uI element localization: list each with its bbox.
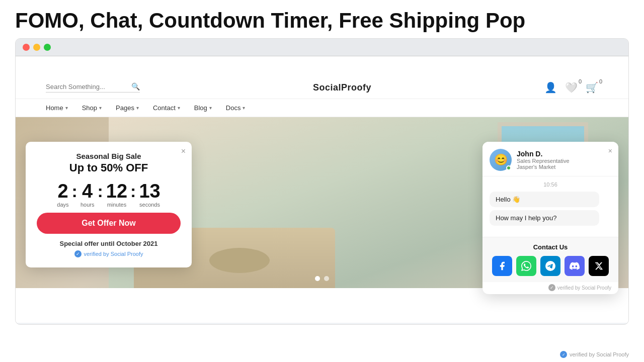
chat-footer: Contact Us (482, 237, 618, 282)
heart-icon: 🤍 (565, 82, 578, 93)
countdown-days-value: 2 (57, 182, 68, 201)
chat-body: 10:56 Hello 👋 How may I help you? (482, 176, 618, 237)
countdown-hours-value: 4 (82, 182, 93, 201)
telegram-icon[interactable] (540, 256, 560, 276)
room-table (209, 248, 270, 273)
countdown-minutes-block: 12 minutes (106, 182, 127, 208)
store-header: 🔍 SocialProofy 👤 🤍 0 🛒 0 (16, 76, 628, 99)
nav-docs-label: Docs (226, 104, 241, 112)
chevron-down-icon: ▾ (178, 105, 180, 111)
search-input[interactable] (46, 83, 131, 90)
avatar-emoji: 😊 (494, 153, 508, 166)
nav-item-shop[interactable]: Shop ▾ (82, 104, 102, 112)
verified-checkmark-icon: ✓ (74, 250, 82, 257)
nav-item-home[interactable]: Home ▾ (46, 104, 68, 112)
cart-icon: 🛒 (586, 82, 598, 93)
browser-dot-green[interactable] (44, 44, 51, 51)
arrow-left-icon: ↓ (0, 178, 5, 205)
countdown-hours-label: hours (80, 202, 95, 208)
chat-verified-icon: ✓ (548, 284, 555, 291)
countdown-popup: × Seasonal Big Sale Up to 50% OFF 2 days… (26, 142, 192, 267)
discord-icon[interactable] (565, 256, 585, 276)
browser-dot-red[interactable] (23, 44, 30, 51)
countdown-verified-text: verified by Social Proofy (84, 251, 143, 257)
wishlist-icon-wrap[interactable]: 🤍 0 (565, 81, 578, 94)
countdown-minutes-label: minutes (107, 202, 127, 208)
chat-agent-company: Jasper's Market (517, 164, 611, 170)
cart-badge: 0 (599, 78, 602, 84)
page-verified-text: verified by Social Proofy (570, 351, 629, 357)
chat-message-2: How may I help you? (490, 210, 599, 226)
chat-popup: × 😊 John D. Sales Representative Jasper'… (482, 142, 618, 294)
store-nav: Home ▾ Shop ▾ Pages ▾ Contact ▾ Blog ▾ D… (16, 99, 628, 117)
popup-footer-text: Special offer until October 2021 (37, 240, 181, 247)
user-icon: 👤 (544, 82, 557, 93)
countdown-title-top: Seasonal Big Sale (37, 152, 181, 160)
site-inner: 🔍 SocialProofy 👤 🤍 0 🛒 0 Home (16, 56, 628, 323)
social-icons-row (490, 256, 611, 276)
countdown-sep-2: : (97, 183, 103, 200)
chat-timestamp: 10:56 (490, 182, 611, 188)
chat-verified: ✓ verified by Social Proofy (482, 282, 618, 294)
countdown-verified: ✓ verified by Social Proofy (37, 250, 181, 257)
chat-agent-name: John D. (517, 150, 611, 158)
countdown-days-block: 2 days (57, 182, 68, 208)
page-verified-checkmark-icon: ✓ (560, 351, 567, 358)
carousel-dot-1[interactable] (315, 276, 320, 281)
chevron-down-icon: ▾ (65, 105, 68, 111)
countdown-title-main: Up to 50% OFF (37, 161, 181, 174)
nav-item-blog[interactable]: Blog ▾ (194, 104, 212, 112)
x-twitter-icon[interactable] (589, 256, 609, 276)
cart-icon-wrap[interactable]: 🛒 0 (586, 81, 598, 94)
search-icon: 🔍 (131, 82, 140, 90)
countdown-close-button[interactable]: × (181, 147, 186, 156)
countdown-minutes-value: 12 (106, 182, 127, 201)
chat-header: 😊 John D. Sales Representative Jasper's … (482, 142, 618, 176)
countdown-seconds-value: 13 (139, 182, 160, 201)
page-title: FOMO, Chat, Countdown Timer, Free Shippi… (0, 0, 644, 38)
browser-bar (16, 39, 628, 56)
chevron-down-icon: ▾ (209, 105, 212, 111)
countdown-timer-row: 2 days : 4 hours : 12 minutes : 13 secon… (37, 182, 181, 208)
chevron-down-icon: ▾ (99, 105, 102, 111)
header-icons: 👤 🤍 0 🛒 0 (544, 81, 598, 94)
page-verified-footer: ✓ verified by Social Proofy (560, 351, 629, 358)
header-top-spacer (16, 56, 628, 76)
countdown-days-label: days (57, 202, 68, 208)
wishlist-badge: 0 (579, 78, 582, 84)
store-logo: SocialProofy (313, 82, 371, 93)
chat-contact-us-label: Contact Us (490, 243, 611, 251)
nav-item-contact[interactable]: Contact ▾ (153, 104, 180, 112)
chat-agent-title: Sales Representative (517, 158, 611, 164)
arrow-right-icon: ↓ (639, 173, 644, 200)
nav-item-pages[interactable]: Pages ▾ (116, 104, 139, 112)
user-icon-wrap[interactable]: 👤 (544, 81, 557, 94)
get-offer-button[interactable]: Get Offer Now (37, 213, 181, 234)
nav-home-label: Home (46, 104, 63, 112)
countdown-sep-3: : (130, 183, 136, 200)
countdown-seconds-block: 13 seconds (139, 182, 160, 208)
countdown-seconds-label: seconds (139, 202, 160, 208)
browser-dot-yellow[interactable] (33, 44, 40, 51)
nav-shop-label: Shop (82, 104, 97, 112)
chevron-down-icon: ▾ (136, 105, 139, 111)
facebook-icon[interactable] (492, 256, 512, 276)
whatsapp-icon[interactable] (516, 256, 536, 276)
nav-blog-label: Blog (194, 104, 207, 112)
avatar: 😊 (490, 149, 512, 171)
search-wrapper[interactable]: 🔍 (46, 82, 140, 93)
nav-pages-label: Pages (116, 104, 134, 112)
chat-verified-text: verified by Social Proofy (557, 285, 611, 291)
nav-contact-label: Contact (153, 104, 176, 112)
chevron-down-icon: ▾ (243, 105, 245, 111)
chat-message-1: Hello 👋 (490, 192, 599, 207)
countdown-sep-1: : (72, 183, 77, 200)
carousel-dots (315, 276, 329, 281)
browser-mockup: 🔍 SocialProofy 👤 🤍 0 🛒 0 Home (15, 38, 629, 325)
chat-agent-info: John D. Sales Representative Jasper's Ma… (517, 150, 611, 170)
nav-item-docs[interactable]: Docs ▾ (226, 104, 246, 112)
countdown-hours-block: 4 hours (80, 182, 95, 208)
online-status-dot (506, 165, 511, 170)
carousel-dot-2[interactable] (324, 276, 329, 281)
chat-close-button[interactable]: × (608, 147, 612, 155)
